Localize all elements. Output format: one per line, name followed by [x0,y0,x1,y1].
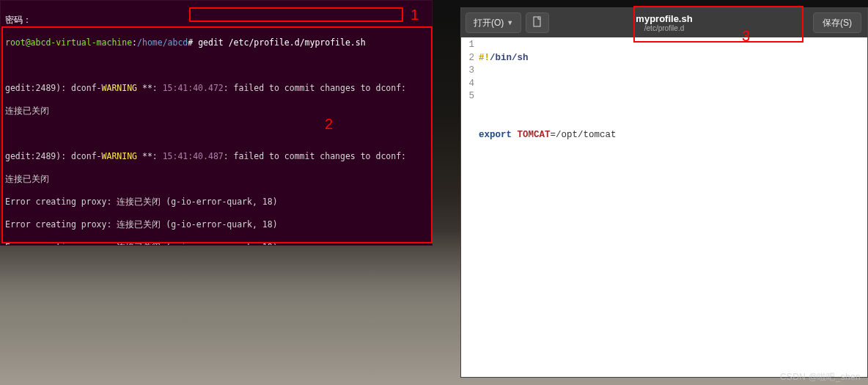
gedit-title: myprofile.sh [636,13,692,24]
code-line-3 [479,103,867,117]
prompt-host: root@abcd-virtual-machine [5,37,132,48]
line-number: 1 [461,39,474,52]
dconf-closed-2: 连接已关闭 [5,174,49,184]
terminal-command[interactable]: gedit /etc/profile.d/myprofile.sh [193,37,365,48]
code-area[interactable]: #!/bin/sh export TOMCAT=/opt/tomcat [479,39,867,377]
code-line-2 [479,78,867,91]
dconf-line-1: gedit:2489): dconf-WARNING **: 15:41:40.… [5,83,406,93]
prompt-sep: : [132,37,137,48]
save-button-label: 保存(S) [823,18,852,28]
new-document-icon [532,16,542,30]
proxy-err-3: Error creating proxy: 连接已关闭 (g-io-error-… [5,242,278,246]
code-line-5 [479,155,867,168]
gedit-title-area: myprofile.sh /etc/profile.d [636,13,692,32]
prompt-path: /home/abcd [137,37,188,48]
code-line-4: export TOMCAT=/opt/tomcat [479,129,867,142]
open-button-label: 打开(O) [474,17,504,29]
dconf-closed-1: 连接已关闭 [5,106,49,116]
password-prompt: 密码： [5,15,32,25]
proxy-err-1: Error creating proxy: 连接已关闭 (g-io-error-… [5,197,278,207]
gedit-window[interactable]: 打开(O) ▼ myprofile.sh /etc/profile.d 保存(S… [460,7,868,378]
line-number: 3 [461,65,474,78]
line-number: 4 [461,78,474,91]
new-document-button[interactable] [526,12,549,33]
save-button[interactable]: 保存(S) [813,12,861,33]
terminal-window[interactable]: 密码： root@abcd-virtual-machine:/home/abcd… [0,0,433,246]
gedit-editor[interactable]: 1 2 3 4 5 #!/bin/sh export TOMCAT=/opt/t… [461,37,867,377]
watermark: CSDN @啦吧_shen [780,371,861,384]
proxy-err-2: Error creating proxy: 连接已关闭 (g-io-error-… [5,219,278,230]
open-button[interactable]: 打开(O) ▼ [466,12,521,33]
line-number-gutter: 1 2 3 4 5 [461,39,479,377]
svg-rect-0 [534,17,540,26]
dconf-line-2: gedit:2489): dconf-WARNING **: 15:41:40.… [5,151,406,161]
chevron-down-icon: ▼ [507,19,513,26]
gedit-header: 打开(O) ▼ myprofile.sh /etc/profile.d 保存(S… [461,8,867,37]
line-number: 5 [461,90,474,103]
gedit-subtitle: /etc/profile.d [636,24,692,32]
code-line-1: #!/bin/sh [479,52,867,65]
line-number: 2 [461,52,474,65]
